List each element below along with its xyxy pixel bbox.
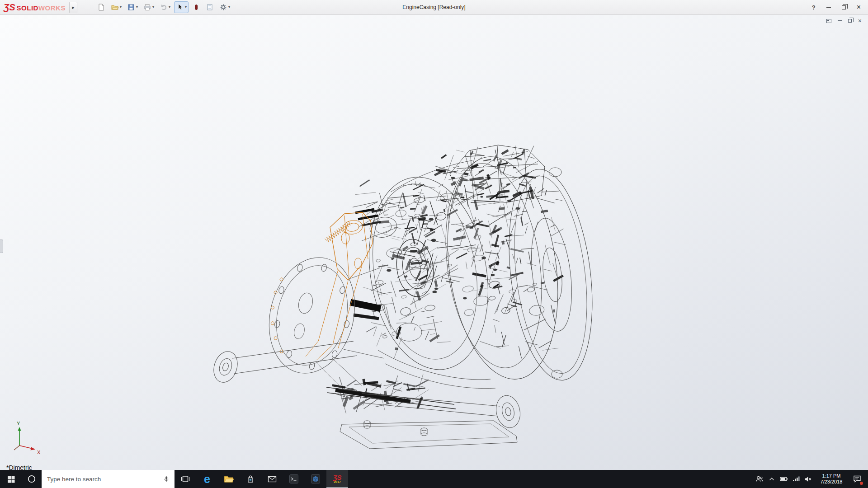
- cortana-circle-icon: [27, 474, 36, 483]
- chevron-down-icon[interactable]: ▾: [152, 5, 154, 9]
- chevron-down-icon[interactable]: ▾: [228, 5, 230, 9]
- solidworks-logo-text: SOLID: [17, 4, 38, 12]
- search-input[interactable]: [42, 476, 163, 483]
- taskbar-clock[interactable]: 1:17 PM 7/23/2018: [814, 473, 849, 485]
- chevron-down-icon[interactable]: ▾: [169, 5, 170, 9]
- file-properties-icon: [206, 3, 214, 11]
- quick-access-toolbar: ▾ ▾ ▾ ▾: [95, 1, 232, 13]
- undo-button[interactable]: ▾: [158, 1, 172, 13]
- help-button[interactable]: ?: [812, 4, 816, 11]
- maximize-button[interactable]: [842, 5, 846, 9]
- solidworks-taskbar-button[interactable]: ƷS 2017: [326, 470, 348, 488]
- action-center-icon: [853, 475, 861, 483]
- window-controls: ? ×: [812, 4, 868, 11]
- chevron-up-icon: [769, 477, 774, 481]
- triad-x-label: X: [37, 450, 41, 455]
- model-wireframe[interactable]: Y X: [0, 15, 868, 470]
- options-gear-icon: [219, 3, 227, 11]
- mail-button[interactable]: [261, 470, 283, 488]
- edge-button[interactable]: e: [196, 470, 218, 488]
- red-tool-button[interactable]: [190, 1, 202, 13]
- doc-popout-icon[interactable]: [826, 19, 831, 23]
- store-button[interactable]: [240, 470, 261, 488]
- solidworks-app-icon: ƷS: [333, 474, 341, 480]
- solidworks-version-badge: 2017: [334, 480, 341, 484]
- network-button[interactable]: [790, 470, 802, 488]
- volume-muted-icon: [804, 476, 812, 482]
- task-view-button[interactable]: [175, 470, 196, 488]
- chevron-down-icon[interactable]: ▾: [185, 5, 187, 9]
- windows-taskbar: e: [0, 470, 868, 488]
- open-folder-icon: [111, 3, 119, 11]
- viewer-app-icon: [311, 474, 321, 484]
- print-button[interactable]: ▾: [142, 1, 156, 13]
- select-arrow-icon: [176, 3, 184, 11]
- clock-time: 1:17 PM: [814, 473, 849, 479]
- file-explorer-icon: [224, 475, 234, 483]
- menu-flyout-arrow[interactable]: ▸: [69, 2, 77, 13]
- select-button[interactable]: ▾: [174, 1, 189, 13]
- document-title: EngineCasing [Read-only]: [402, 4, 465, 10]
- open-button[interactable]: ▾: [109, 1, 123, 13]
- chevron-down-icon[interactable]: ▾: [136, 5, 138, 9]
- screen: ƷS SOLID WORKS ▸ ▾ ▾: [0, 0, 868, 488]
- chevron-down-icon[interactable]: ▾: [120, 5, 122, 9]
- orientation-triad: Y X: [14, 421, 41, 455]
- new-document-icon: [97, 3, 105, 11]
- save-icon: [127, 3, 135, 11]
- mail-icon: [268, 476, 277, 483]
- close-button[interactable]: ×: [857, 4, 861, 11]
- battery-button[interactable]: [778, 470, 790, 488]
- front-flange: [257, 249, 366, 383]
- app-titlebar: ƷS SOLID WORKS ▸ ▾ ▾: [0, 0, 868, 15]
- document-window-controls: ×: [826, 18, 862, 24]
- people-button[interactable]: [753, 470, 765, 488]
- terminal-app-icon: [289, 474, 299, 484]
- app-dark-1-button[interactable]: [283, 470, 305, 488]
- view-orientation-label: *Dimetric: [6, 464, 32, 470]
- print-icon: [143, 3, 151, 11]
- graphics-viewport[interactable]: ×: [0, 15, 868, 470]
- triad-y-label: Y: [17, 421, 20, 426]
- doc-close-button[interactable]: ×: [858, 18, 862, 24]
- red-tool-icon: [192, 3, 200, 11]
- solidworks-logo: ƷS SOLID WORKS: [4, 2, 66, 13]
- edge-icon: e: [204, 474, 210, 485]
- options-button[interactable]: ▾: [217, 1, 232, 13]
- cortana-button[interactable]: [22, 470, 42, 488]
- save-button[interactable]: ▾: [125, 1, 140, 13]
- notification-badge: [860, 482, 863, 485]
- file-explorer-button[interactable]: [218, 470, 240, 488]
- file-properties-button[interactable]: [204, 1, 216, 13]
- windows-logo-icon: [7, 475, 15, 483]
- clock-date: 7/23/2018: [814, 479, 849, 485]
- start-button[interactable]: [0, 470, 22, 488]
- volume-button[interactable]: [802, 470, 814, 488]
- hidden-icons-button[interactable]: [765, 470, 778, 488]
- app-dark-2-button[interactable]: [305, 470, 326, 488]
- solidworks-logo-mark: ƷS: [4, 2, 15, 13]
- task-view-icon: [181, 475, 190, 483]
- system-tray: 1:17 PM 7/23/2018: [753, 470, 868, 488]
- action-center-button[interactable]: [849, 470, 866, 488]
- new-document-button[interactable]: [95, 1, 107, 13]
- people-icon: [755, 475, 764, 483]
- battery-icon: [780, 477, 788, 481]
- store-icon: [246, 475, 255, 483]
- network-icon: [793, 476, 800, 482]
- minimize-button[interactable]: [826, 7, 831, 8]
- microphone-icon[interactable]: [163, 475, 175, 483]
- solidworks-logo-text2: WORKS: [38, 4, 66, 12]
- doc-minimize-button[interactable]: [838, 20, 842, 21]
- undo-icon: [160, 3, 168, 11]
- taskbar-search[interactable]: [42, 470, 175, 488]
- selected-component[interactable]: [271, 212, 373, 360]
- doc-restore-button[interactable]: [848, 19, 852, 23]
